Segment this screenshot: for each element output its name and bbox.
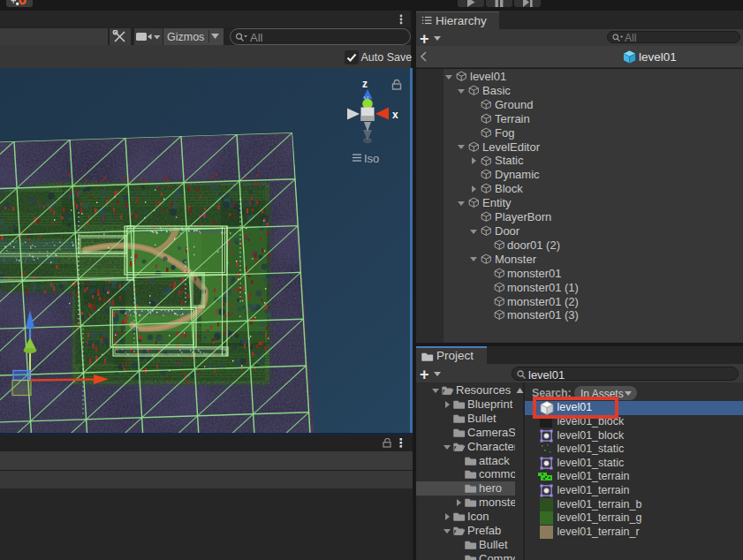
svg-text:z: z — [362, 78, 368, 90]
svg-text:Iso: Iso — [364, 152, 379, 165]
svg-text:x: x — [392, 109, 398, 121]
